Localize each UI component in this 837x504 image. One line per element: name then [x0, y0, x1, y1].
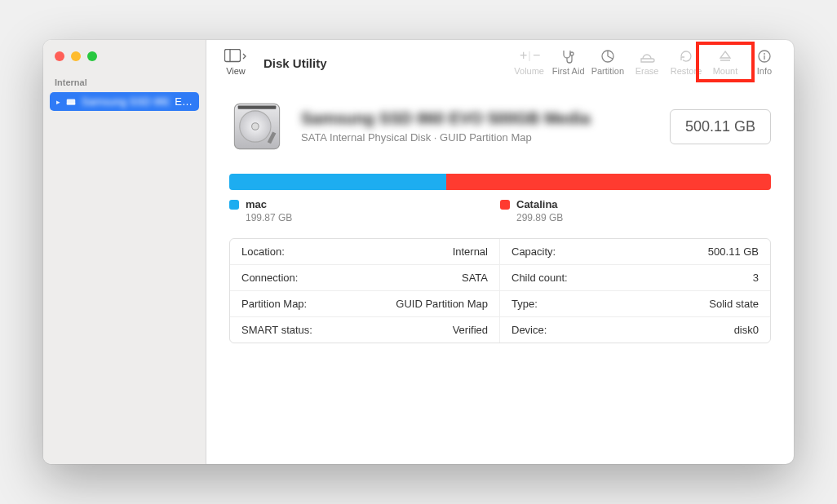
- plus-minus-icon: +−: [516, 48, 543, 64]
- info-icon: [757, 48, 772, 64]
- mount-button[interactable]: Mount: [709, 48, 742, 76]
- volume-label: Volume: [514, 66, 544, 76]
- sidebar: Internal ▸ Samsung SSD 860 EVO 500GB E…: [43, 40, 206, 464]
- usage-segment-mac: [229, 174, 446, 190]
- app-title: Disk Utility: [264, 48, 327, 70]
- sidebar-item-label-redacted: Samsung SSD 860 EVO 500GB: [82, 95, 170, 108]
- legend-size: 299.89 GB: [516, 212, 563, 223]
- internal-disk-icon: [65, 96, 77, 108]
- window-controls: [43, 40, 206, 68]
- toolbar: View Disk Utility +− Volume First Aid: [206, 40, 794, 82]
- svg-rect-2: [225, 50, 241, 62]
- svg-point-7: [570, 52, 574, 55]
- close-window-button[interactable]: [55, 51, 64, 61]
- disk-size-badge: 500.11 GB: [670, 109, 771, 144]
- info-row: Partition Map:GUID Partition Map: [230, 291, 500, 317]
- legend-item: mac 199.87 GB: [229, 198, 500, 223]
- app-window: Internal ▸ Samsung SSD 860 EVO 500GB E… …: [43, 40, 794, 464]
- first-aid-label: First Aid: [552, 66, 585, 76]
- pie-icon: [600, 48, 615, 64]
- usage-legend: mac 199.87 GB Catalina 299.89 GB: [229, 198, 771, 223]
- svg-rect-1: [67, 103, 76, 104]
- main-pane: View Disk Utility +− Volume First Aid: [206, 40, 794, 464]
- legend-name: mac: [246, 198, 292, 210]
- minimize-window-button[interactable]: [71, 51, 81, 61]
- content-area: Samsung SSD 860 EVO 500GB Media SATA Int…: [206, 82, 794, 360]
- stethoscope-icon: [560, 48, 577, 64]
- svg-rect-16: [238, 106, 277, 109]
- info-row: SMART status:Verified: [230, 317, 500, 343]
- info-row: Device:disk0: [500, 317, 770, 343]
- volume-button[interactable]: +− Volume: [513, 48, 546, 76]
- svg-text:−: −: [533, 49, 540, 62]
- info-label: Info: [757, 66, 772, 76]
- legend-name: Catalina: [516, 198, 563, 210]
- sidebar-section-header: Internal: [43, 68, 206, 91]
- legend-item: Catalina 299.89 GB: [500, 198, 771, 223]
- first-aid-button[interactable]: First Aid: [552, 48, 585, 76]
- legend-size: 199.87 GB: [246, 212, 292, 223]
- info-row: Connection:SATA: [230, 265, 500, 291]
- info-row: Location:Internal: [230, 239, 500, 265]
- view-menu-button[interactable]: View: [219, 48, 252, 76]
- erase-button[interactable]: Erase: [631, 48, 663, 76]
- erase-icon: [639, 48, 655, 64]
- zoom-window-button[interactable]: [87, 51, 97, 61]
- disk-title-redacted: Samsung SSD 860 EVO 500GB Media: [301, 109, 653, 128]
- erase-label: Erase: [636, 66, 659, 76]
- sidebar-item-label-suffix: E…: [175, 95, 193, 108]
- info-row: Capacity:500.11 GB: [500, 239, 770, 265]
- restore-icon: [679, 48, 693, 64]
- legend-swatch: [229, 200, 239, 210]
- partition-label: Partition: [591, 66, 624, 76]
- sidebar-item-disk[interactable]: ▸ Samsung SSD 860 EVO 500GB E…: [50, 92, 199, 111]
- usage-bar: [229, 174, 771, 190]
- legend-swatch: [500, 200, 510, 210]
- info-table: Location:Internal Capacity:500.11 GB Con…: [229, 238, 771, 343]
- svg-text:+: +: [520, 49, 527, 62]
- disk-header: Samsung SSD 860 EVO 500GB Media SATA Int…: [229, 91, 771, 174]
- svg-point-11: [764, 53, 765, 55]
- disk-subtitle: SATA Internal Physical Disk · GUID Parti…: [301, 131, 653, 144]
- info-row: Type:Solid state: [500, 291, 770, 317]
- internal-disk-icon: [229, 99, 285, 154]
- sidebar-layout-icon: [224, 48, 247, 64]
- view-label: View: [226, 66, 246, 76]
- highlight-annotation: [696, 42, 755, 82]
- chevron-right-icon: ▸: [56, 98, 60, 106]
- svg-point-15: [252, 123, 259, 130]
- usage-segment-catalina: [446, 174, 771, 190]
- partition-button[interactable]: Partition: [591, 48, 624, 76]
- info-row: Child count:3: [500, 265, 770, 291]
